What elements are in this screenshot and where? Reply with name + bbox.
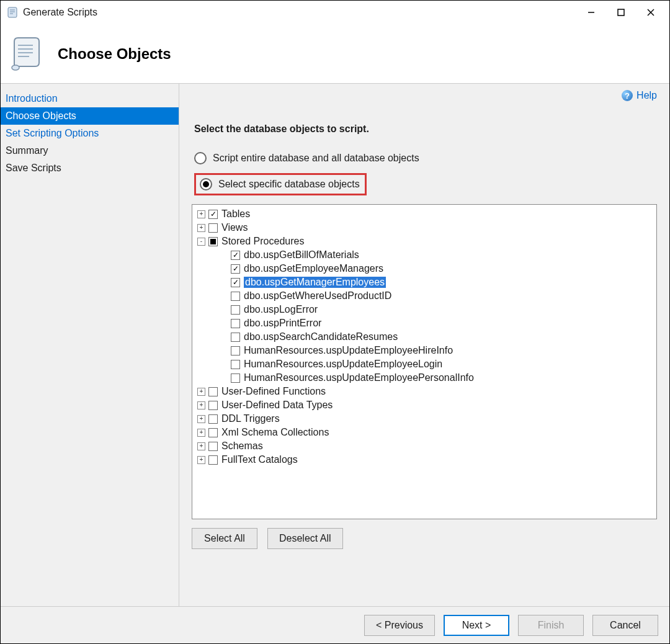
objects-tree[interactable]: +Tables+Views-Stored Proceduresdbo.uspGe… xyxy=(192,204,657,519)
toggle-placeholder xyxy=(220,292,228,300)
tree-node-label: FullText Catalogs xyxy=(221,454,298,465)
tree-node-label: Xml Schema Collections xyxy=(221,427,329,438)
page-title: Choose Objects xyxy=(58,45,171,63)
checkbox[interactable] xyxy=(208,223,218,233)
checkbox[interactable] xyxy=(208,442,218,451)
checkbox[interactable] xyxy=(208,387,218,396)
checkbox[interactable] xyxy=(231,360,240,369)
radio-select-specific-objects[interactable]: Select specific database objects xyxy=(194,173,367,195)
expand-icon[interactable]: + xyxy=(197,442,205,450)
svg-rect-2 xyxy=(618,9,624,16)
help-label: Help xyxy=(636,90,657,101)
checkbox[interactable] xyxy=(231,264,240,274)
toggle-placeholder xyxy=(220,347,228,355)
tree-node-label: User-Defined Functions xyxy=(221,386,326,397)
tree-node[interactable]: +User-Defined Data Types xyxy=(197,398,651,412)
next-button[interactable]: Next > xyxy=(444,615,509,636)
tree-node-label: dbo.uspGetWhereUsedProductID xyxy=(244,290,391,302)
tree-node-label: dbo.uspSearchCandidateResumes xyxy=(244,331,398,342)
tree-node[interactable]: +User-Defined Functions xyxy=(197,385,651,398)
expand-icon[interactable]: + xyxy=(197,429,205,437)
previous-button[interactable]: < Previous xyxy=(364,615,435,636)
checkbox[interactable] xyxy=(231,292,240,301)
tree-node-label: Views xyxy=(221,222,248,233)
toggle-placeholder xyxy=(220,320,228,328)
tree-node[interactable]: +Schemas xyxy=(197,439,651,453)
checkbox[interactable] xyxy=(208,401,218,410)
checkbox[interactable] xyxy=(208,237,218,246)
tree-node[interactable]: dbo.uspGetWhereUsedProductID xyxy=(197,289,651,303)
expand-icon[interactable]: + xyxy=(197,210,205,218)
tree-node-label: dbo.uspLogError xyxy=(244,304,318,315)
checkbox[interactable] xyxy=(231,305,240,315)
tree-node[interactable]: +FullText Catalogs xyxy=(197,453,651,467)
deselect-all-button[interactable]: Deselect All xyxy=(267,528,343,549)
content-heading: Select the database objects to script. xyxy=(194,123,657,135)
tree-node[interactable]: dbo.uspSearchCandidateResumes xyxy=(197,330,651,344)
expand-icon[interactable]: + xyxy=(197,224,205,232)
tree-node-label: dbo.uspGetBillOfMaterials xyxy=(244,249,359,261)
wizard-content: ? Help Select the database objects to sc… xyxy=(179,84,669,606)
finish-button: Finish xyxy=(518,615,584,636)
generate-scripts-window: Generate Scripts Choose Objects xyxy=(0,0,670,644)
expand-icon[interactable]: + xyxy=(197,401,205,409)
radio-label: Script entire database and all database … xyxy=(213,153,419,164)
cancel-button[interactable]: Cancel xyxy=(592,615,658,636)
sidebar-item-save-scripts[interactable]: Save Scripts xyxy=(1,159,179,177)
collapse-icon[interactable]: - xyxy=(197,238,205,246)
tree-node[interactable]: HumanResources.uspUpdateEmployeeLogin xyxy=(197,357,651,371)
expand-icon[interactable]: + xyxy=(197,415,205,423)
maximize-button[interactable] xyxy=(606,2,636,22)
sidebar-item-set-scripting-options[interactable]: Set Scripting Options xyxy=(1,125,179,142)
radio-icon xyxy=(200,178,212,190)
checkbox[interactable] xyxy=(231,251,240,260)
tree-node[interactable]: +Tables xyxy=(197,207,651,221)
select-all-button[interactable]: Select All xyxy=(192,528,257,549)
tree-node[interactable]: dbo.uspLogError xyxy=(197,303,651,316)
toggle-placeholder xyxy=(220,279,228,287)
tree-node-label: HumanResources.uspUpdateEmployeeLogin xyxy=(244,359,442,370)
wizard-header: Choose Objects xyxy=(1,24,669,84)
help-link[interactable]: ? Help xyxy=(192,90,657,101)
close-button[interactable] xyxy=(636,2,666,22)
tree-node[interactable]: +Views xyxy=(197,221,651,235)
toggle-placeholder xyxy=(220,360,228,369)
app-icon xyxy=(6,6,19,19)
tree-node[interactable]: +DDL Triggers xyxy=(197,412,651,426)
tree-node[interactable]: dbo.uspGetBillOfMaterials xyxy=(197,248,651,262)
svg-rect-0 xyxy=(8,7,17,17)
tree-node-label: HumanResources.uspUpdateEmployeePersonal… xyxy=(244,372,474,383)
tree-node[interactable]: dbo.uspPrintError xyxy=(197,316,651,330)
tree-node[interactable]: +Xml Schema Collections xyxy=(197,426,651,439)
toggle-placeholder xyxy=(220,251,228,259)
radio-script-entire-database[interactable]: Script entire database and all database … xyxy=(194,152,657,164)
checkbox[interactable] xyxy=(208,455,218,465)
tree-node-label: Stored Procedures xyxy=(221,236,304,247)
minimize-button[interactable] xyxy=(576,2,606,22)
script-scroll-icon xyxy=(6,34,45,74)
sidebar-item-summary[interactable]: Summary xyxy=(1,142,179,159)
checkbox[interactable] xyxy=(208,428,218,437)
tree-node[interactable]: HumanResources.uspUpdateEmployeePersonal… xyxy=(197,371,651,385)
checkbox[interactable] xyxy=(231,373,240,383)
tree-node[interactable]: HumanResources.uspUpdateEmployeeHireInfo xyxy=(197,344,651,357)
tree-node[interactable]: -Stored Procedures xyxy=(197,235,651,248)
toggle-placeholder xyxy=(220,374,228,382)
checkbox[interactable] xyxy=(231,278,240,287)
tree-node[interactable]: dbo.uspGetEmployeeManagers xyxy=(197,262,651,275)
window-titlebar: Generate Scripts xyxy=(1,1,669,24)
tree-node-label: DDL Triggers xyxy=(221,413,280,424)
checkbox[interactable] xyxy=(231,346,240,356)
tree-node-label: dbo.uspGetManagerEmployees xyxy=(244,277,386,288)
checkbox[interactable] xyxy=(231,333,240,342)
checkbox[interactable] xyxy=(208,210,218,219)
window-title: Generate Scripts xyxy=(23,7,97,18)
checkbox[interactable] xyxy=(208,414,218,424)
radio-icon xyxy=(194,152,207,164)
sidebar-item-choose-objects[interactable]: Choose Objects xyxy=(1,107,179,125)
checkbox[interactable] xyxy=(231,319,240,328)
expand-icon[interactable]: + xyxy=(197,388,205,396)
sidebar-item-introduction[interactable]: Introduction xyxy=(1,90,179,107)
tree-node[interactable]: dbo.uspGetManagerEmployees xyxy=(197,275,651,289)
expand-icon[interactable]: + xyxy=(197,456,205,464)
